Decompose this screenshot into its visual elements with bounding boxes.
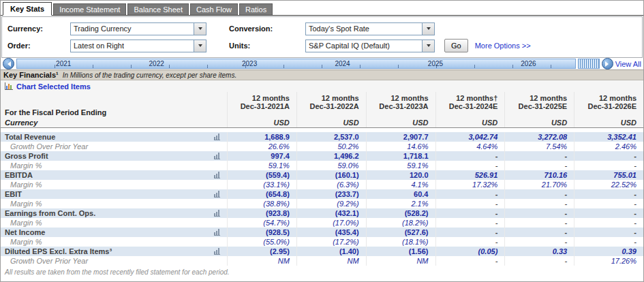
tab-income-statement[interactable]: Income Statement: [53, 3, 126, 15]
chart-row-icon[interactable]: [214, 172, 220, 178]
currency-row-label: Currency: [1, 118, 227, 127]
table-row: Gross Profit997.41,496.21,718.1---: [1, 151, 643, 161]
chevron-down-icon[interactable]: [194, 23, 206, 35]
value-cell: (1.40): [296, 247, 366, 256]
value-cell: -: [574, 189, 643, 199]
value-cell: 3,042.74: [435, 132, 505, 142]
tab-cash-flow[interactable]: Cash Flow: [190, 3, 238, 15]
value-cell: (38.8%): [227, 199, 296, 208]
order-select[interactable]: Latest on Right: [70, 40, 206, 52]
chart-row-icon[interactable]: [214, 229, 220, 236]
value-cell: -: [504, 237, 574, 247]
chart-selected-items-link[interactable]: Chart Selected Items: [16, 82, 91, 91]
timeline-year: 2021: [56, 60, 71, 67]
scroll-right-button[interactable]: [602, 58, 613, 69]
value-cell: 3,352.41: [574, 132, 643, 142]
value-cell: (17.2%): [296, 237, 366, 247]
chevron-down-icon[interactable]: [422, 40, 434, 52]
scroll-left-icon: [5, 61, 11, 67]
value-cell: 17.32%: [435, 180, 505, 189]
row-label: Gross Profit: [5, 151, 48, 161]
chart-row-icon[interactable]: [214, 153, 220, 159]
table-row: Growth Over Prior Year26.6%50.2%14.6%4.6…: [1, 142, 643, 151]
value-cell: -: [504, 218, 574, 228]
tab-key-stats[interactable]: Key Stats: [3, 2, 52, 16]
column-header: 12 monthsDec-31-2021A: [227, 92, 296, 118]
value-cell: -: [435, 218, 505, 228]
view-all-link[interactable]: View All: [615, 60, 641, 68]
column-header: 12 monthsDec-31-2026E: [574, 92, 643, 118]
value-cell: -: [574, 237, 643, 247]
timeline-year: 2022: [149, 60, 164, 67]
value-cell: 120.0: [366, 170, 435, 180]
table-row: Margin %(54.7%)(17.0%)(18.2%)---: [1, 218, 643, 228]
value-cell: 755.01: [574, 170, 643, 180]
value-cell: -: [574, 199, 643, 208]
timeline-year: 2024: [335, 60, 350, 67]
value-cell: 1,496.2: [296, 151, 366, 161]
currency-cell: USD: [227, 118, 296, 127]
order-select-value: Latest on Right: [71, 42, 124, 50]
value-cell: 1,688.9: [227, 132, 296, 142]
value-cell: 0.39: [574, 247, 643, 256]
value-cell: 997.4: [227, 151, 296, 161]
go-button[interactable]: Go: [444, 39, 468, 52]
scroll-left-button[interactable]: [3, 58, 14, 69]
conversion-select[interactable]: Today's Spot Rate: [305, 22, 435, 35]
value-cell: NM: [227, 256, 296, 266]
more-options-link[interactable]: More Options >>: [475, 42, 531, 50]
currency-label: Currency:: [7, 25, 70, 33]
value-cell: -: [435, 237, 505, 247]
chart-row-icon[interactable]: [214, 191, 220, 198]
tab-ratios[interactable]: Ratios: [239, 3, 273, 15]
timeline-slider[interactable]: 202120222023202420252026: [16, 59, 576, 69]
chart-row-icon[interactable]: [214, 248, 220, 255]
row-label: Margin %: [10, 218, 42, 228]
value-cell: 3,272.08: [504, 132, 574, 142]
currency-cell: USD: [504, 118, 574, 127]
value-cell: -: [504, 199, 574, 208]
table-row: EBIT(654.8)(233.7)60.4---: [1, 189, 643, 199]
value-cell: -: [574, 218, 643, 228]
row-label: Margin %: [10, 199, 42, 208]
table-row: Net Income(928.5)(435.4)(527.6)---: [1, 228, 643, 237]
value-cell: -: [435, 151, 505, 161]
conversion-select-value: Today's Spot Rate: [306, 25, 369, 33]
value-cell: 26.6%: [227, 142, 296, 151]
order-label: Order:: [7, 42, 70, 50]
financials-table: Chart Selected Items For the Fiscal Peri…: [1, 80, 643, 281]
value-cell: (6.3%): [296, 180, 366, 189]
value-cell: (559.4): [227, 170, 296, 180]
timeline-year: 2023: [242, 60, 257, 67]
value-cell: (54.7%): [227, 218, 296, 228]
table-row: Earnings from Cont. Ops.(923.8)(432.1)(5…: [1, 208, 643, 218]
filter-row-1: Currency: Trading Currency Conversion: T…: [7, 22, 639, 35]
chevron-down-icon[interactable]: [422, 23, 434, 35]
chevron-down-icon[interactable]: [194, 40, 206, 52]
scroll-right-icon: [605, 61, 611, 67]
value-cell: 2,537.0: [296, 132, 366, 142]
value-cell: -: [574, 208, 643, 218]
value-cell: 14.6%: [366, 142, 435, 151]
chart-row-icon[interactable]: [214, 134, 220, 140]
timeline-overflow-region[interactable]: [578, 59, 600, 69]
chart-icon[interactable]: [5, 82, 13, 90]
table-row: Margin %59.1%59.0%59.1%---: [1, 161, 643, 170]
value-cell: 2.1%: [366, 199, 435, 208]
chart-selected-row: Chart Selected Items: [1, 80, 643, 92]
value-cell: -: [574, 151, 643, 161]
tab-balance-sheet[interactable]: Balance Sheet: [127, 3, 189, 15]
value-cell: -: [504, 256, 574, 266]
currency-select[interactable]: Trading Currency: [70, 22, 206, 35]
value-cell: (17.0%): [296, 218, 366, 228]
currency-cell: USD: [296, 118, 366, 127]
units-select[interactable]: S&P Capital IQ (Default): [305, 40, 435, 52]
table-row: Margin %(33.1%)(6.3%)4.1%17.32%21.70%22.…: [1, 180, 643, 189]
chart-row-icon[interactable]: [214, 210, 220, 217]
value-cell: 7.54%: [504, 142, 574, 151]
table-row: Diluted EPS Excl. Extra Items³(2.95)(1.4…: [1, 247, 643, 256]
row-label: Net Income: [5, 228, 45, 237]
value-cell: 710.16: [504, 170, 574, 180]
value-cell: 22.52%: [574, 180, 643, 189]
tab-bar: Key StatsIncome StatementBalance SheetCa…: [1, 1, 643, 16]
